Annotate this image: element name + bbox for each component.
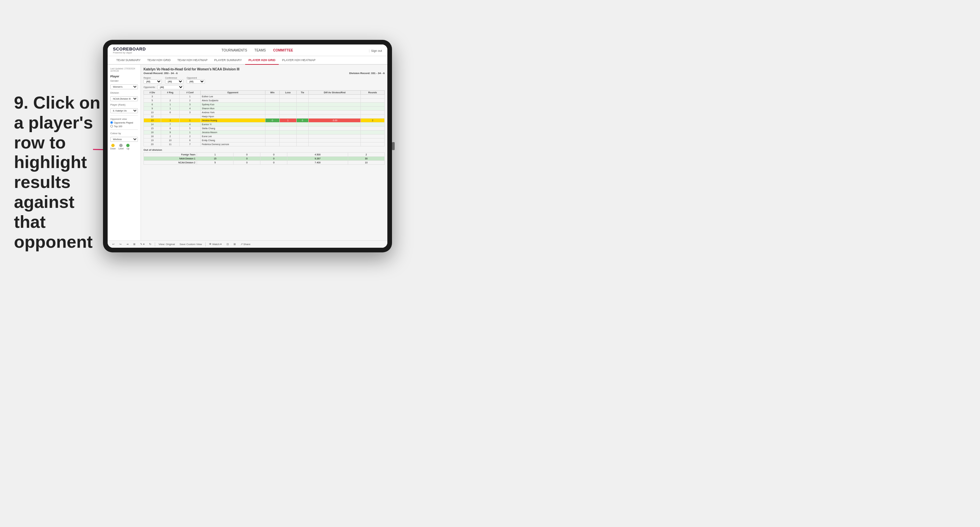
toolbar-share[interactable]: ↗ Share — [239, 242, 252, 246]
colour-dot-up — [126, 144, 130, 147]
sidebar: Last Updated: 27/03/2024 16:55:28 Player… — [108, 65, 141, 240]
logo-area: SCOREBOARD Powered by clippd — [113, 46, 146, 54]
filter-conference-select[interactable]: (All) — [165, 79, 183, 84]
opponents-filter-row: Opponents: (All) — [143, 85, 385, 89]
col-win: Win — [266, 90, 280, 95]
overall-record: Overall Record: 353 - 34 - 6 — [143, 72, 178, 75]
col-loss: Loss — [279, 90, 296, 95]
col-opponent: Opponent — [200, 90, 266, 95]
tab-player-h2h-heatmap[interactable]: PLAYER H2H HEATMAP — [279, 56, 319, 65]
table-row[interactable]: 20117 Federica Domecq Lacroze — [144, 143, 385, 146]
filter-region-label: Region — [143, 77, 162, 79]
toolbar-copy[interactable]: ⊞ — [132, 242, 137, 246]
table-row[interactable]: 1822 Euna Lee — [144, 135, 385, 138]
filter-opponent: Opponent (All) — [187, 77, 205, 84]
tab-player-h2h-grid[interactable]: PLAYER H2H GRID — [245, 56, 279, 65]
colour-label-level: Level — [119, 148, 124, 150]
sidebar-timestamp: Last Updated: 27/03/2024 16:55:28 — [110, 67, 138, 72]
sidebar-colour-by: Colour by Win/loss — [110, 132, 138, 142]
grid-record-row: Overall Record: 353 - 34 - 6 Division Re… — [143, 72, 385, 75]
toolbar-table[interactable]: ⊞ — [232, 242, 237, 246]
tab-team-h2h-heatmap[interactable]: TEAM H2H HEATMAP — [174, 56, 211, 65]
toolbar-edit[interactable]: ✎ ▾ — [139, 242, 146, 246]
colour-label-down: Down — [110, 148, 116, 150]
sidebar-gender-select[interactable]: Women's — [110, 84, 138, 89]
out-row[interactable]: NCAA Division 2 5 0 0 7.400 10 — [144, 161, 385, 165]
toolbar-watch[interactable]: 👁 Watch ▾ — [208, 242, 223, 246]
tablet-frame: SCOREBOARD Powered by clippd TOURNAMENTS… — [103, 40, 392, 252]
out-row[interactable]: Foreign Team 1 0 0 4.500 2 — [144, 153, 385, 157]
toolbar-view-original[interactable]: View: Original — [157, 242, 176, 246]
annotation-text: 9. Click on a player's row to highlight … — [14, 93, 107, 252]
toolbar-refresh[interactable]: ↻ — [148, 242, 153, 246]
sidebar-player-field: Player (Rank) 8. Katelyn Vo — [110, 103, 138, 113]
out-of-division-table: Foreign Team 1 0 0 4.500 2 NAIA Division… — [143, 152, 385, 165]
col-conf: # Conf — [180, 90, 200, 95]
col-div: # Div — [144, 90, 161, 95]
data-table: # Div # Reg # Conf Opponent Win Loss Tie… — [143, 90, 385, 146]
toolbar-save-custom[interactable]: Save Custom View — [178, 242, 203, 246]
toolbar-sep2 — [205, 243, 206, 246]
sidebar-radio-group: Opponents Played Top 100 — [110, 121, 138, 127]
toolbar-redo[interactable]: ↪ — [118, 242, 123, 246]
division-record: Division Record: 331 - 34 - 6 — [349, 72, 385, 75]
colour-dot-level — [119, 144, 123, 147]
filter-opponent-label: Opponent — [187, 77, 205, 79]
sidebar-opponent-view-label: Opponent view — [110, 117, 138, 121]
table-row[interactable]: 19106 Emily Chang — [144, 138, 385, 143]
sidebar-division-select[interactable]: NCAA Division III — [110, 96, 138, 101]
table-row[interactable]: 613 Sydney Kuo — [144, 103, 385, 106]
sidebar-colour-select[interactable]: Win/loss — [110, 137, 138, 142]
table-row[interactable]: 31 Esther Lee — [144, 95, 385, 98]
col-diff: Diff Av Strokes/Rnd — [309, 90, 361, 95]
toolbar-forward[interactable]: ⇥ — [125, 242, 130, 246]
sign-out-link[interactable]: Sign out — [371, 49, 382, 52]
col-reg: # Reg — [161, 90, 180, 95]
filter-region-select[interactable]: (All) — [143, 79, 162, 84]
bottom-toolbar: ↩ ↪ ⇥ ⊞ ✎ ▾ ↻ View: Original Save Custom… — [108, 240, 387, 248]
colour-dot-down — [111, 144, 115, 147]
out-of-division-title: Out of division — [143, 148, 385, 151]
radio-opponents-played[interactable]: Opponents Played — [110, 121, 138, 124]
col-rounds: Rounds — [361, 90, 385, 95]
nav-committee[interactable]: COMMITTEE — [273, 49, 293, 52]
filter-opponent-select[interactable]: (All) — [187, 79, 205, 84]
sidebar-colour-label: Colour by — [110, 132, 138, 135]
tab-team-summary[interactable]: TEAM SUMMARY — [113, 56, 144, 65]
filter-region: Region (All) — [143, 77, 162, 84]
sidebar-player-select[interactable]: 8. Katelyn Vo — [110, 108, 138, 113]
toolbar-layout[interactable]: ⊡ — [225, 242, 230, 246]
nav-tournaments[interactable]: TOURNAMENTS — [221, 49, 247, 52]
toolbar-sep1 — [155, 243, 155, 246]
logo-sub: Powered by clippd — [113, 51, 146, 54]
table-row[interactable]: 12 Haejo Hyun — [144, 114, 385, 119]
tablet-screen: SCOREBOARD Powered by clippd TOURNAMENTS… — [108, 44, 387, 248]
sidebar-player-label: Player (Rank) — [110, 103, 138, 106]
table-row[interactable]: 1474 Eunice Yi — [144, 122, 385, 127]
filter-conference-label: Conference — [165, 77, 183, 79]
tab-team-h2h-grid[interactable]: TEAM H2H GRID — [144, 56, 174, 65]
out-row[interactable]: NAIA Division 1 15 0 0 9.267 30 — [144, 157, 385, 161]
opponents-select[interactable]: (All) — [157, 85, 184, 89]
table-row[interactable]: 1063 Andrea York — [144, 111, 385, 114]
logo: SCOREBOARD — [113, 46, 146, 51]
sidebar-section-title: Player — [110, 75, 138, 78]
table-row[interactable]: 914 Sharon Mun — [144, 106, 385, 111]
radio-top100[interactable]: Top 100 — [110, 125, 138, 127]
table-row-highlighted[interactable]: 1311 Jessica Huang 0 1 0 -3.00 2 — [144, 119, 385, 122]
sidebar-division-field: Division NCAA Division III — [110, 91, 138, 101]
toolbar-undo[interactable]: ↩ — [111, 242, 116, 246]
table-row[interactable]: 1691 Jessica Mason — [144, 130, 385, 135]
colour-label-up: Up — [127, 148, 129, 150]
filter-row: Region (All) Conference (All) Opponent — [143, 77, 385, 84]
nav-teams[interactable]: TEAMS — [255, 49, 266, 52]
table-row[interactable]: 522 Alexis Sudjianto — [144, 98, 385, 103]
grid-area: Katelyn Vo Head-to-Head Grid for Women's… — [141, 65, 387, 240]
sidebar-division-label: Division — [110, 91, 138, 94]
sub-nav: TEAM SUMMARY TEAM H2H GRID TEAM H2H HEAT… — [108, 56, 387, 65]
tab-player-summary[interactable]: PLAYER SUMMARY — [211, 56, 245, 65]
sidebar-gender-label: Gender — [110, 79, 138, 83]
main-content: Last Updated: 27/03/2024 16:55:28 Player… — [108, 65, 387, 240]
table-row[interactable]: 1585 Stella Chang — [144, 127, 385, 130]
col-tie: Tie — [296, 90, 309, 95]
